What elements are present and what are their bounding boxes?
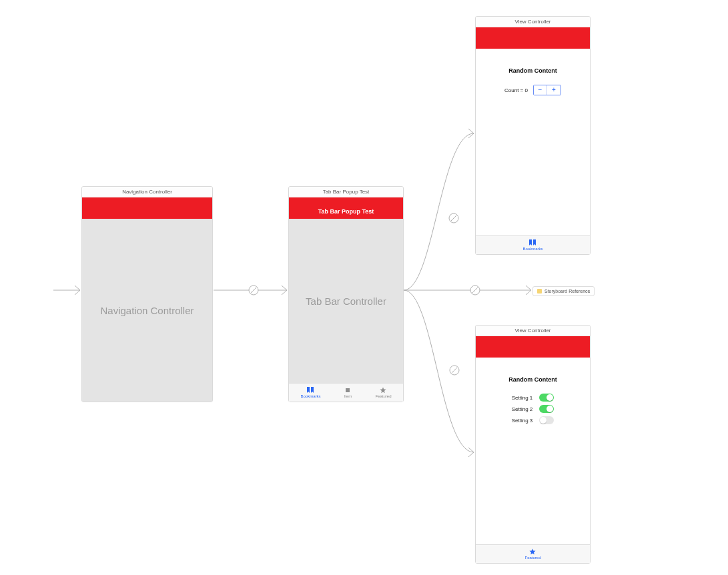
tab-bar: Bookmarks [476,235,590,254]
storyboard-icon [537,289,542,294]
tab-label: Item [344,394,352,398]
nav-title: Tab Bar Popup Test [318,208,374,215]
section-title: Random Content [508,376,557,383]
svg-line-1 [251,288,256,293]
nav-bar: Tab Bar Popup Test [289,197,403,219]
stepper: − + [533,85,561,95]
setting-row-1: Setting 1 [512,394,555,402]
setting-switch-3[interactable] [539,416,554,424]
count-row: Count = 0 − + [504,85,561,95]
tab-featured[interactable]: Featured [524,548,540,560]
square-icon [344,387,352,394]
scene-tabbar-controller[interactable]: Tab Bar Popup Test Tab Bar Popup Test Ta… [288,186,404,402]
scene-body: Random Content Setting 1 Setting 2 Setti… [476,358,590,544]
setting-switch-2[interactable] [539,405,554,413]
tab-bar: Bookmarks Item Featured [289,383,403,402]
tab-featured[interactable]: Featured [375,387,391,398]
storyboard-canvas[interactable]: Navigation Controller Navigation Control… [0,0,728,575]
scene-title: View Controller [476,17,590,27]
stepper-minus-button[interactable]: − [534,85,547,95]
storyboard-reference[interactable]: Storyboard Reference [532,286,595,296]
nav-bar [476,336,590,358]
svg-point-6 [450,366,459,375]
bookmark-icon [528,239,536,246]
svg-line-7 [452,368,457,373]
scene-body: Tab Bar Controller [289,219,403,383]
svg-line-5 [472,288,478,293]
setting-label: Setting 1 [512,395,533,401]
stepper-plus-button[interactable]: + [547,85,561,95]
tab-label: Bookmarks [522,247,542,251]
setting-row-2: Setting 2 [512,405,555,413]
tab-bookmarks[interactable]: Bookmarks [300,387,320,398]
tab-label: Featured [524,556,540,560]
svg-rect-8 [346,388,350,392]
scene-view-controller-1[interactable]: View Controller Random Content Count = 0… [475,16,591,255]
scene-view-controller-2[interactable]: View Controller Random Content Setting 1… [475,325,591,564]
count-label: Count = 0 [504,87,528,93]
scene-body: Random Content Count = 0 − + [476,49,590,235]
tab-bookmarks[interactable]: Bookmarks [522,239,542,251]
body-label: Tab Bar Controller [306,296,386,307]
star-icon [379,387,387,394]
svg-point-0 [249,285,258,295]
tab-bar: Featured [476,544,590,563]
tab-item-generic[interactable]: Item [344,387,352,398]
scene-title: Navigation Controller [82,187,212,197]
scene-title: View Controller [476,326,590,336]
scene-title: Tab Bar Popup Test [289,187,403,197]
scene-navigation-controller[interactable]: Navigation Controller Navigation Control… [81,186,213,402]
scene-body: Navigation Controller [82,219,212,402]
tab-label: Bookmarks [300,394,320,398]
nav-bar [476,27,590,49]
body-label: Navigation Controller [100,305,194,316]
tab-label: Featured [375,394,391,398]
star-icon [528,548,536,555]
svg-point-4 [470,285,480,295]
setting-switch-1[interactable] [539,394,554,402]
storyboard-ref-label: Storyboard Reference [544,289,590,294]
setting-label: Setting 3 [512,418,533,424]
nav-bar [82,197,212,219]
section-title: Random Content [508,67,557,74]
svg-line-3 [451,215,456,221]
setting-row-3: Setting 3 [512,416,555,424]
svg-point-2 [449,213,458,223]
setting-label: Setting 2 [512,406,533,412]
bookmark-icon [306,387,314,394]
